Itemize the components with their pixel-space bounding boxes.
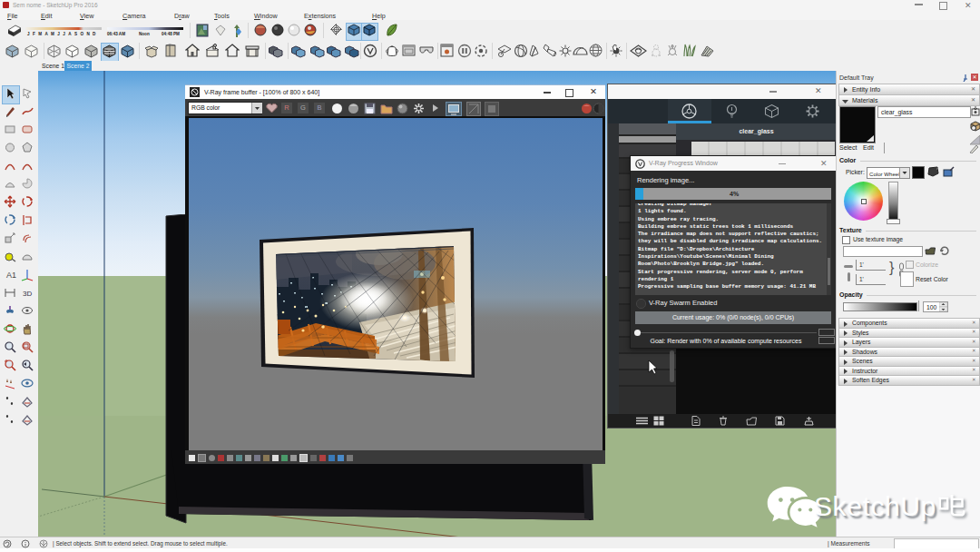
svg-text:A1: A1	[6, 271, 16, 280]
svg-text:3D: 3D	[23, 290, 32, 298]
